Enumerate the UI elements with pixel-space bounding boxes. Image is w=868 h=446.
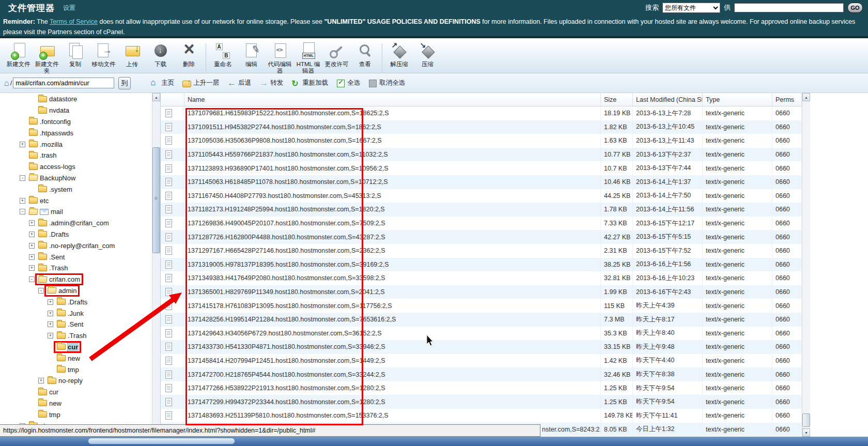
tree-expander[interactable] — [20, 130, 25, 136]
tree-item--admin-crifan-com[interactable]: + .admin@crifan_com — [0, 218, 152, 229]
search-input[interactable] — [734, 3, 844, 12]
tree-item-core[interactable]: .Drafts — [37, 230, 70, 239]
tree-item-etc[interactable]: + etc — [0, 195, 152, 206]
toolbar-button-delete[interactable]: 删除 — [175, 42, 203, 68]
tree-scrollbar[interactable]: ▲ ▼ — [152, 93, 161, 437]
tree-item-backupnow[interactable]: - BackupNow — [0, 173, 152, 184]
file-row[interactable]: 1371079681.H615983P15222.host180.hostmon… — [161, 106, 802, 120]
tree-expander[interactable]: + — [29, 243, 35, 249]
toolbar-button-code[interactable]: 代码编辑器 — [266, 42, 294, 74]
tree-item-tmp[interactable]: tmp — [0, 409, 152, 420]
tree-item-core[interactable]: datastore — [37, 95, 79, 103]
table-scroll-up-button[interactable]: ▲ — [802, 93, 810, 101]
file-name[interactable]: 1371477266.H538922P21913.host180.hostmon… — [184, 381, 601, 395]
tree-expander[interactable] — [20, 152, 25, 158]
tree-item-core[interactable]: tmp — [37, 410, 62, 419]
file-row[interactable]: 1371477299.H994372P23344.host180.hostmon… — [161, 395, 802, 409]
file-name[interactable]: 1371428256.H199514P21284.host180.hostmon… — [184, 313, 601, 327]
tree-expander[interactable]: - — [38, 288, 44, 294]
file-row[interactable]: 1371429643.H34056P6729.host180.hostmonst… — [161, 327, 802, 341]
table-scroll-thumb[interactable] — [802, 413, 810, 427]
tree-item-core[interactable]: .fontconfig — [27, 117, 72, 126]
tree-item-core[interactable]: mail — [27, 207, 65, 216]
file-name[interactable]: 1371287726.H162800P4488.host180.hostmons… — [184, 230, 601, 244]
file-name[interactable]: 1371365001.H829769P11349.host180.hostmon… — [184, 285, 601, 299]
toolbar-button-edit[interactable]: 编辑 — [237, 42, 266, 68]
file-row[interactable]: 1371428256.H199514P21284.host180.hostmon… — [161, 313, 802, 327]
tree-item-core[interactable]: .Drafts — [55, 298, 89, 306]
toolbar-button-newfile[interactable]: 新建文件 — [4, 42, 33, 68]
tree-item--htpasswds[interactable]: .htpasswds — [0, 127, 152, 139]
tree-item-core[interactable]: access-logs — [27, 162, 77, 171]
tree-item--mozilla[interactable]: + .mozilla — [0, 139, 152, 150]
tree-item-nvdata[interactable]: nvdata — [0, 105, 152, 116]
tree-item-core[interactable]: .mozilla — [27, 140, 64, 149]
tree-scroll-up-button[interactable]: ▲ — [152, 93, 160, 101]
tree-item--fontconfig[interactable]: .fontconfig — [0, 116, 152, 128]
toolbar-button-newfolder[interactable]: 新建文件夹 — [33, 42, 61, 74]
toolbar-button-html[interactable]: HTML 编辑器 — [294, 42, 322, 74]
tree-item--trash[interactable]: .trash — [0, 150, 152, 161]
tree-item-core[interactable]: admin — [46, 286, 78, 295]
column-header-size[interactable]: Size — [601, 93, 633, 106]
tree-item--drafts[interactable]: + .Drafts — [0, 296, 152, 307]
tree-item-access-logs[interactable]: access-logs — [0, 161, 152, 173]
tree-expander[interactable]: + — [48, 311, 53, 316]
search-go-button[interactable]: GO — [847, 3, 863, 13]
tree-item-no-reply[interactable]: + no-reply — [0, 375, 152, 387]
file-name[interactable]: 1371182173.H191248P25994.host180.hostmon… — [184, 203, 601, 217]
tree-item--sent[interactable]: + .Sent — [0, 319, 152, 330]
file-row[interactable]: 1371415178.H761083P13095.host180.hostmon… — [161, 299, 802, 313]
tree-expander[interactable]: + — [48, 321, 53, 327]
column-header-perms[interactable]: Perms — [772, 93, 802, 106]
nav-button-forward[interactable]: 转发 — [259, 79, 283, 87]
file-name[interactable]: 1371145063.H618485P11078.host180.hostmon… — [184, 175, 601, 189]
tree-item--sent[interactable]: + .Sent — [0, 251, 152, 263]
tree-item-core[interactable]: crifan.com — [37, 275, 82, 284]
tree-expander[interactable] — [29, 389, 35, 395]
column-header-name[interactable]: Name — [184, 93, 601, 106]
tree-expander[interactable]: + — [29, 232, 35, 237]
toolbar-button-download[interactable]: 下载 — [146, 42, 175, 68]
tree-expander[interactable]: + — [38, 378, 44, 383]
file-name[interactable]: 1371472700.H218765P4544.host180.hostmons… — [184, 367, 601, 381]
nav-button-up[interactable]: 上升一层 — [182, 79, 219, 87]
file-row[interactable]: 1371145063.H618485P11078.host180.hostmon… — [161, 175, 802, 189]
file-name[interactable]: 1371415178.H761083P13095.host180.hostmon… — [184, 299, 601, 313]
file-row[interactable]: 1371483693.H251139P5810.host180.hostmons… — [161, 409, 802, 423]
file-name[interactable]: 1371105443.H559766P21837.host180.hostmon… — [184, 148, 601, 162]
tree-item--junk[interactable]: + .Junk — [0, 307, 152, 319]
tree-item-core[interactable]: .Junk — [55, 309, 85, 318]
tree-item-core[interactable]: .no-reply@crifan_com — [37, 241, 116, 250]
horizontal-scroll-thumb[interactable] — [88, 438, 235, 444]
tree-item-new[interactable]: new — [0, 352, 152, 364]
path-go-button[interactable]: 到 — [118, 77, 131, 89]
nav-button-reload[interactable]: 重新加载 — [291, 79, 328, 87]
tree-item-core[interactable]: .system — [37, 185, 74, 194]
tree-item-core[interactable]: tmp — [55, 365, 81, 374]
tree-expander[interactable]: + — [29, 265, 35, 271]
nav-button-back[interactable]: 后退 — [227, 79, 251, 87]
table-scroll-down-button[interactable]: ▼ — [802, 428, 810, 437]
file-name[interactable]: 1371079681.H615983P15222.host180.hostmon… — [184, 106, 601, 120]
file-row[interactable]: 1371472700.H218765P4544.host180.hostmons… — [161, 367, 802, 381]
toolbar-button-copy[interactable]: 复制 — [61, 42, 89, 68]
file-row[interactable]: 1371287726.H162800P4488.host180.hostmons… — [161, 230, 802, 244]
tree-expander[interactable] — [29, 96, 35, 102]
tree-item-datastore[interactable]: datastore — [0, 94, 152, 105]
tree-item-new[interactable]: new — [0, 398, 152, 409]
file-row[interactable]: 1371095036.H350636P9808.host180.hostmons… — [161, 134, 802, 148]
tree-item--system[interactable]: .system — [0, 183, 152, 195]
tree-item-admin[interactable]: - admin — [0, 285, 152, 297]
file-row[interactable]: 1371458414.H207994P12451.host180.hostmon… — [161, 354, 802, 368]
file-name[interactable]: 1371269836.H490045P20107.host180.hostmon… — [184, 217, 601, 230]
tree-item-core[interactable]: cur — [37, 388, 60, 396]
file-name[interactable]: 1371429643.H34056P6729.host180.hostmonst… — [184, 327, 601, 341]
tree-expander[interactable]: + — [48, 333, 53, 339]
file-row[interactable]: 1371365001.H829769P11349.host180.hostmon… — [161, 285, 802, 299]
tree-expander[interactable] — [29, 412, 35, 418]
tree-expander[interactable]: + — [29, 220, 35, 226]
file-name[interactable]: 1371477299.H994372P23344.host180.hostmon… — [184, 395, 601, 409]
tree-item-core[interactable]: nvdata — [37, 106, 71, 115]
tree-expander[interactable] — [20, 119, 25, 125]
